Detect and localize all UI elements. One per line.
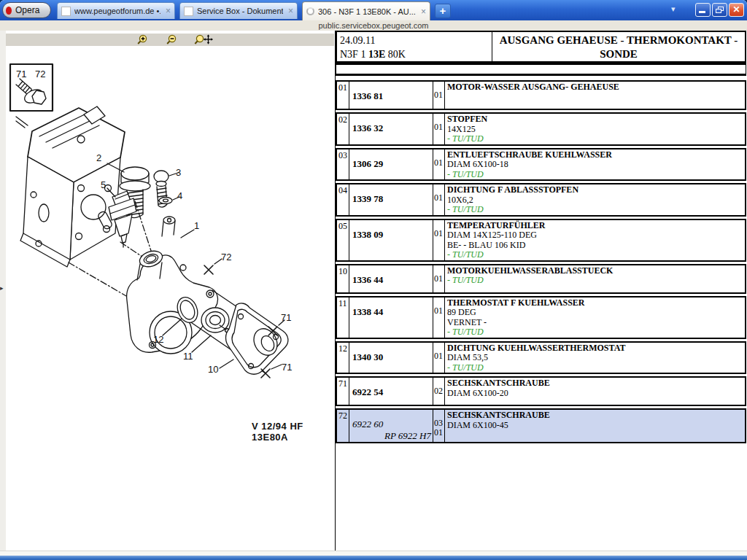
- page-content: ▸: [0, 31, 747, 551]
- table-row[interactable]: 716922 5402SECHSKANTSCHRAUBEDIAM 6X100-2…: [336, 376, 746, 406]
- part-ref: 05: [337, 220, 349, 260]
- table-row[interactable]: 111338 4401THERMOSTAT F KUEHLWASSER89 DE…: [336, 296, 746, 339]
- callout-5: 5: [101, 179, 106, 190]
- part-number: 6922 60RP 6922 H7: [349, 410, 433, 442]
- legend-label-71: 71: [16, 69, 26, 79]
- callout-2: 2: [96, 152, 101, 163]
- part-qty: 0301: [433, 410, 445, 442]
- browser-window: Opera www.peugeotforum.de •... × Service…: [0, 0, 747, 560]
- table-row[interactable]: 121340 3001DICHTUNG KUEHLWASSERTHERMOSTA…: [336, 341, 746, 375]
- part-qty: 01: [433, 265, 445, 292]
- callout-4: 4: [177, 190, 182, 201]
- part-number: 1306 29: [349, 149, 433, 180]
- tab-close-icon[interactable]: ×: [166, 7, 171, 15]
- part-number: 1336 32: [349, 114, 433, 144]
- part-ref: 01: [337, 82, 349, 109]
- title-bar: Opera www.peugeotforum.de •... × Service…: [0, 0, 747, 20]
- tab-peugeotforum[interactable]: www.peugeotforum.de •... ×: [57, 2, 175, 19]
- part-description: DICHTUNG F ABLASSSTOPFEN10X6,2- TU/TUD: [445, 184, 745, 215]
- part-description: TEMPERATURFÜHLERDIAM 14X125-110 DEGBE- -…: [445, 220, 745, 260]
- table-row[interactable]: 011336 8101MOTOR-WASSER AUSGANG- GEHAEUS…: [336, 80, 746, 110]
- table-header-left: 24.09.11 N3F 1 13E 80K: [337, 32, 492, 61]
- part-ref: 03: [337, 149, 349, 180]
- table-row[interactable]: 726922 60RP 6922 H70301SECHSKANTSCHRAUBE…: [336, 408, 746, 443]
- opera-logo-icon: [6, 7, 12, 15]
- table-row[interactable]: 051338 0901TEMPERATURFÜHLERDIAM 14X125-1…: [336, 219, 746, 262]
- table-row[interactable]: 021336 3201STOPFEN14X125- TU/TUD: [336, 112, 746, 146]
- callout-71a: 71: [281, 312, 291, 323]
- callout-3: 3: [176, 167, 181, 178]
- date-text: 24.09.11: [340, 34, 489, 47]
- part-description: ENTLUEFTSCHRAUBE KUEHLWASSERDIAM 6X100-1…: [445, 149, 745, 180]
- part-number: 1339 78: [349, 184, 433, 215]
- address-bar[interactable]: public.servicebox.peugeot.com: [0, 20, 747, 31]
- part-number: 6922 54: [349, 378, 433, 405]
- diagram-zoom-toolbar: [6, 34, 334, 46]
- part-ref: 12: [337, 343, 349, 373]
- tab-title: 306 - N3F 1 13E80K - AU...: [318, 7, 416, 16]
- callout-11: 11: [183, 351, 193, 362]
- tab-close-icon[interactable]: ×: [288, 7, 293, 15]
- opera-menu-button[interactable]: Opera: [2, 2, 51, 18]
- zoom-out-icon[interactable]: [165, 34, 184, 45]
- tab-close-icon[interactable]: ×: [421, 8, 426, 15]
- callout-12: 12: [153, 334, 163, 345]
- part-qty: 01: [433, 82, 445, 109]
- table-separator-bar: [336, 63, 746, 76]
- zoom-pan-icon[interactable]: [194, 34, 213, 45]
- part-ref: 02: [337, 114, 349, 144]
- tab-title: Service Box - Dokumenta...: [197, 7, 283, 15]
- parts-diagram: 71 72 2 3 4 5 1 72 12 11 10 71 71 V 12/9…: [6, 45, 334, 443]
- panel-expand-arrow-icon[interactable]: ▸: [0, 284, 4, 292]
- callout-72: 72: [221, 252, 231, 262]
- part-number-extra: RP 6922 H7: [352, 430, 431, 442]
- part-ref: 10: [337, 265, 349, 292]
- part-ref: 04: [337, 184, 349, 215]
- zoom-in-icon[interactable]: [136, 34, 155, 45]
- opera-button-label: Opera: [15, 5, 39, 15]
- callout-1: 1: [194, 220, 199, 231]
- part-ref: 71: [337, 378, 349, 405]
- part-number: 1336 44: [349, 265, 433, 292]
- part-description: STOPFEN14X125- TU/TUD: [445, 114, 745, 144]
- loading-circle-favicon-icon: [306, 7, 314, 15]
- peugeot-lion-favicon-icon: [61, 7, 71, 16]
- parts-table-panel: 24.09.11 N3F 1 13E 80K AUSGANG GEHAEUSE …: [335, 31, 746, 551]
- callout-71b: 71: [282, 362, 292, 373]
- tab-servicebox-doc[interactable]: Service Box - Dokumenta... ×: [179, 2, 298, 19]
- part-description: DICHTUNG KUEHLWASSERTHERMOSTATDIAM 53,5-…: [445, 343, 745, 373]
- part-number: 1340 30: [349, 343, 433, 373]
- part-qty: 01: [433, 184, 445, 215]
- window-menu-chevron-icon[interactable]: ▾: [671, 4, 676, 14]
- table-title-line1: AUSGANG GEHAEUSE - THERMOKONTAKT -: [492, 34, 745, 47]
- restore-button[interactable]: [712, 3, 727, 17]
- parts-rows: 011336 8101MOTOR-WASSER AUSGANG- GEHAEUS…: [336, 80, 746, 446]
- tab-306-active[interactable]: 306 - N3F 1 13E80K - AU... ×: [302, 1, 430, 20]
- part-ref: 72: [337, 410, 349, 442]
- table-title: AUSGANG GEHAEUSE - THERMOKONTAKT - SONDE: [492, 32, 745, 61]
- table-header: 24.09.11 N3F 1 13E 80K AUSGANG GEHAEUSE …: [336, 31, 746, 63]
- callout-10: 10: [208, 364, 218, 375]
- new-tab-button[interactable]: +: [435, 4, 451, 18]
- part-qty: 01: [433, 343, 445, 373]
- part-description: MOTOR-WASSER AUSGANG- GEHAEUSE: [445, 82, 745, 109]
- close-button[interactable]: ✕: [729, 3, 744, 17]
- part-description: SECHSKANTSCHRAUBEDIAM 6X100-45: [445, 410, 745, 442]
- table-row[interactable]: 031306 2901ENTLUEFTSCHRAUBE KUEHLWASSERD…: [336, 148, 746, 182]
- part-qty: 01: [433, 220, 445, 260]
- peugeot-lion-favicon-icon: [184, 7, 193, 16]
- part-qty: 01: [433, 149, 445, 180]
- window-bottom-border: [0, 556, 747, 560]
- part-qty: 01: [433, 114, 445, 144]
- table-row[interactable]: 041339 7801DICHTUNG F ABLASSSTOPFEN10X6,…: [336, 183, 746, 217]
- part-description: THERMOSTAT F KUEHLWASSER89 DEGVERNET -- …: [445, 298, 745, 338]
- part-number: 1336 81: [349, 82, 433, 109]
- part-description: MOTORKUEHLWASSERABLASSTUECK- TU/TUD: [445, 265, 745, 292]
- part-description: SECHSKANTSCHRAUBEDIAM 6X100-20: [445, 378, 745, 405]
- minimize-button[interactable]: [695, 3, 711, 17]
- part-number: 1338 09: [349, 220, 433, 260]
- table-row[interactable]: 101336 4401MOTORKUEHLWASSERABLASSTUECK- …: [336, 264, 746, 294]
- model-text: N3F 1 13E 80K: [340, 47, 489, 61]
- part-number: 1338 44: [349, 298, 433, 338]
- part-qty: 01: [433, 298, 445, 338]
